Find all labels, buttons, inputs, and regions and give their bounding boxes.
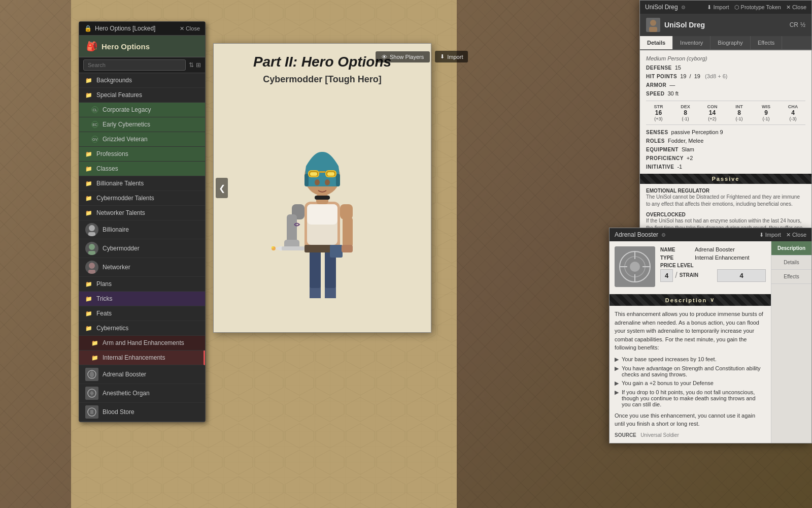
arm-hand-label: Arm and Hand Enhancements bbox=[103, 339, 184, 346]
unisol-title-text: UniSol Dreg bbox=[645, 4, 678, 11]
adrenal-tab-description[interactable]: Description bbox=[771, 241, 811, 256]
svg-rect-47 bbox=[319, 171, 325, 173]
hero-options-bag-icon: 🎒 bbox=[86, 41, 97, 52]
hp-formula: (3d8 + 6) bbox=[705, 73, 727, 79]
close-x-icon: ✕ bbox=[180, 25, 184, 32]
bullet-arrow-icon: ▶ bbox=[615, 389, 619, 407]
bullet-arrow-icon: ▶ bbox=[615, 356, 619, 363]
adrenal-title-left: Adrenal Booster ⚙ bbox=[615, 231, 666, 238]
adrenal-booster-panel: Adrenal Booster ⚙ ⬇ Import ✕ Close bbox=[609, 228, 812, 443]
sidebar-item-cybermodder[interactable]: Cybermodder bbox=[79, 239, 205, 258]
unisol-panel: UniSol Dreg ⚙ ⬇ Import ⬡ Prototype Token… bbox=[639, 0, 812, 234]
unisol-close-button[interactable]: ✕ Close bbox=[786, 4, 806, 11]
svg-point-12 bbox=[89, 263, 95, 269]
sidebar-item-anesthetic-organ[interactable]: Anesthetic Organ bbox=[79, 384, 205, 403]
unisol-prototype-token-button[interactable]: ⬡ Prototype Token bbox=[734, 4, 781, 11]
svg-point-57 bbox=[650, 20, 656, 26]
ability-cha: CHA 4 (-3) bbox=[781, 104, 805, 121]
sidebar-item-networker-talents[interactable]: 📁 Networker Talents bbox=[79, 206, 205, 220]
search-input[interactable] bbox=[83, 59, 186, 71]
backgrounds-label: Backgrounds bbox=[96, 77, 132, 84]
bullet-speed: ▶ Your base speed increases by 10 feet. bbox=[615, 356, 766, 363]
sidebar-item-special-features[interactable]: 📁 Special Features bbox=[79, 88, 205, 103]
source-line: Source Universal Soldier bbox=[615, 432, 766, 438]
sidebar-item-early-cybernetics[interactable]: EC Early Cybernetics bbox=[79, 117, 205, 132]
sidebar-item-classes[interactable]: 📁 Classes bbox=[79, 162, 205, 176]
avatar-icon: EC bbox=[91, 121, 98, 128]
adrenal-tab-details[interactable]: Details bbox=[771, 256, 811, 270]
tab-effects[interactable]: Effects bbox=[751, 36, 782, 49]
chevron-left-icon: ❮ bbox=[219, 183, 225, 193]
char-svg bbox=[251, 95, 393, 298]
bullet-advantage-text: You have advantage on Strength and Const… bbox=[622, 365, 766, 377]
adrenal-titlebar: Adrenal Booster ⚙ ⬇ Import ✕ Close bbox=[610, 228, 811, 241]
price-strain-values: 4 / STRAIN bbox=[660, 268, 709, 282]
equipment-line: EQUIPMENT Slam bbox=[646, 146, 805, 152]
sidebar-item-blood-store[interactable]: Blood Store bbox=[79, 403, 205, 422]
sidebar-item-professions[interactable]: 📁 Professions bbox=[79, 147, 205, 162]
cybermodder-avatar bbox=[85, 242, 98, 255]
unisol-title-left: UniSol Dreg ⚙ bbox=[645, 4, 686, 11]
grid-icon: ⊞ bbox=[196, 61, 201, 69]
unisol-import-button[interactable]: ⬇ Import bbox=[707, 4, 729, 11]
hero-options-title: 🔒 Hero Options [Locked] bbox=[84, 25, 155, 32]
top-controls: 👁 Show Players ⬇ Import bbox=[376, 51, 468, 62]
sidebar-item-billionaire-talents[interactable]: 📁 Billionaire Talents bbox=[79, 176, 205, 191]
cr-value: ½ bbox=[800, 21, 805, 28]
tricks-label: Tricks bbox=[96, 295, 113, 302]
sidebar-item-feats[interactable]: 📁 Feats bbox=[79, 306, 205, 321]
networker-talents-label: Networker Talents bbox=[96, 209, 145, 216]
svg-text:CL: CL bbox=[93, 108, 97, 112]
folder-icon: 📁 bbox=[85, 91, 92, 99]
sidebar-item-backgrounds[interactable]: 📁 Backgrounds bbox=[79, 73, 205, 88]
char-viewer-prev-button[interactable]: ❮ bbox=[216, 178, 228, 198]
folder-icon: 📁 bbox=[85, 150, 92, 157]
svg-rect-11 bbox=[88, 251, 95, 255]
sidebar-item-grizzled-veteran[interactable]: GV Grizzled Veteran bbox=[79, 132, 205, 147]
adrenal-fields: NAME Adrenal Booster TYPE Internal Enhan… bbox=[660, 246, 766, 291]
close-icon: ✕ bbox=[786, 4, 791, 11]
sidebar-item-arm-hand[interactable]: 📁 Arm and Hand Enhancements bbox=[79, 336, 205, 351]
sidebar-item-networker[interactable]: Networker bbox=[79, 258, 205, 277]
adrenal-tab-effects[interactable]: Effects bbox=[771, 270, 811, 284]
defense-line: DEFENSE 15 bbox=[646, 65, 805, 71]
folder-icon: 📁 bbox=[85, 325, 92, 332]
tab-details[interactable]: Details bbox=[640, 36, 673, 49]
sidebar-item-adrenal-booster[interactable]: Adrenal Booster bbox=[79, 365, 205, 384]
sidebar-item-tricks[interactable]: 📁 Tricks bbox=[79, 292, 205, 306]
svg-rect-35 bbox=[342, 245, 353, 252]
svg-rect-20 bbox=[90, 410, 93, 414]
tab-inventory[interactable]: Inventory bbox=[673, 36, 710, 49]
close-icon: ✕ bbox=[786, 232, 791, 238]
ability-int: INT 8 (-1) bbox=[727, 104, 752, 121]
sidebar-item-cybernetics[interactable]: 📁 Cybernetics bbox=[79, 321, 205, 336]
folder-icon: 📁 bbox=[91, 339, 98, 346]
sidebar-item-corporate-legacy[interactable]: CL Corporate Legacy bbox=[79, 103, 205, 117]
hero-options-close-button[interactable]: ✕ Close bbox=[180, 25, 200, 32]
import-button[interactable]: ⬇ Import bbox=[435, 51, 468, 62]
search-icons: ⇅ ⊞ bbox=[189, 61, 201, 69]
bullet-advantage: ▶ You have advantage on Strength and Con… bbox=[615, 365, 766, 377]
eye-icon: 👁 bbox=[382, 54, 387, 60]
sidebar-item-plans[interactable]: 📁 Plans bbox=[79, 277, 205, 292]
passive-header: Passive bbox=[640, 174, 811, 184]
adrenal-import-button[interactable]: ⬇ Import bbox=[759, 232, 781, 238]
svg-rect-34 bbox=[343, 217, 353, 247]
sidebar-item-internal-enhancements[interactable]: 📁 Internal Enhancements bbox=[79, 351, 205, 365]
anesthetic-organ-label: Anesthetic Organ bbox=[103, 390, 150, 397]
tab-biography[interactable]: Biography bbox=[710, 36, 751, 49]
svg-text:EC: EC bbox=[92, 123, 97, 126]
sidebar-item-cybermodder-talents[interactable]: 📁 Cybermodder Talents bbox=[79, 191, 205, 206]
unisol-tabs: Details Inventory Biography Effects bbox=[640, 36, 811, 50]
divider: / bbox=[675, 271, 677, 280]
char-type: Medium Person (cyborg) bbox=[646, 55, 805, 61]
svg-rect-50 bbox=[282, 246, 304, 250]
unisol-avatar bbox=[646, 18, 660, 32]
bullet-arrow-icon: ▶ bbox=[615, 380, 619, 387]
show-players-button[interactable]: 👁 Show Players bbox=[376, 51, 430, 62]
svg-text:GV: GV bbox=[92, 138, 97, 141]
adrenal-close-button[interactable]: ✕ Close bbox=[786, 232, 806, 238]
sidebar-item-billionaire[interactable]: Billionaire bbox=[79, 220, 205, 239]
initiative-line: INITIATIVE -1 bbox=[646, 164, 805, 170]
anesthetic-organ-avatar bbox=[85, 387, 98, 400]
